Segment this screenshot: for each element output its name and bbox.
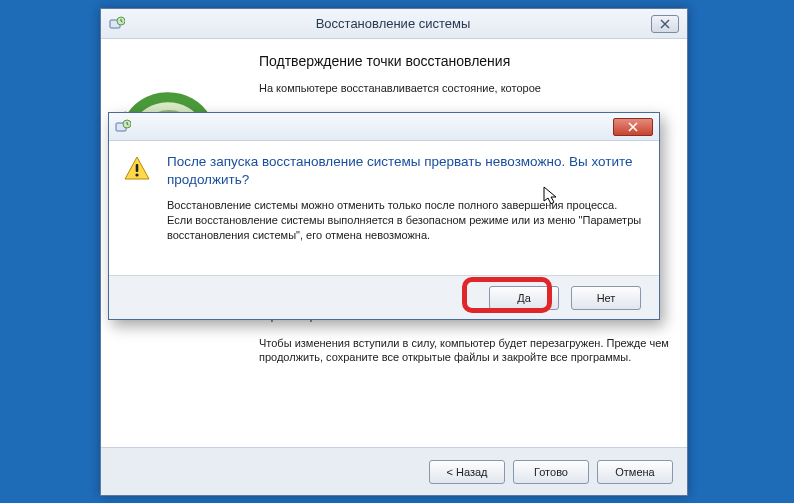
- confirm-dialog: После запуска восстановление системы пре…: [108, 112, 660, 320]
- titlebar: Восстановление системы: [101, 9, 687, 39]
- finish-button[interactable]: Готово: [513, 460, 589, 484]
- wizard-heading: Подтверждение точки восстановления: [259, 53, 671, 69]
- dialog-heading: После запуска восстановление системы пре…: [167, 153, 643, 188]
- wizard-footer: < Назад Готово Отмена: [101, 447, 687, 495]
- warning-icon: [123, 153, 155, 267]
- window-title: Восстановление системы: [135, 16, 651, 31]
- back-button[interactable]: < Назад: [429, 460, 505, 484]
- restart-note: Чтобы изменения вступили в силу, компьют…: [259, 336, 671, 366]
- dialog-content: После запуска восстановление системы пре…: [155, 153, 643, 267]
- dialog-text: Восстановление системы можно отменить то…: [167, 198, 643, 243]
- system-restore-icon: [115, 119, 131, 135]
- dialog-titlebar: [109, 113, 659, 141]
- dialog-close-button[interactable]: [613, 118, 653, 136]
- yes-button[interactable]: Да: [489, 286, 559, 310]
- dialog-footer: Да Нет: [109, 275, 659, 319]
- dialog-body: После запуска восстановление системы пре…: [109, 141, 659, 275]
- system-restore-icon: [109, 16, 125, 32]
- no-button[interactable]: Нет: [571, 286, 641, 310]
- svg-rect-11: [136, 164, 139, 172]
- svg-point-12: [135, 173, 138, 176]
- window-close-button[interactable]: [651, 15, 679, 33]
- cancel-button[interactable]: Отмена: [597, 460, 673, 484]
- wizard-intro: На компьютере восстанавливается состояни…: [259, 81, 671, 96]
